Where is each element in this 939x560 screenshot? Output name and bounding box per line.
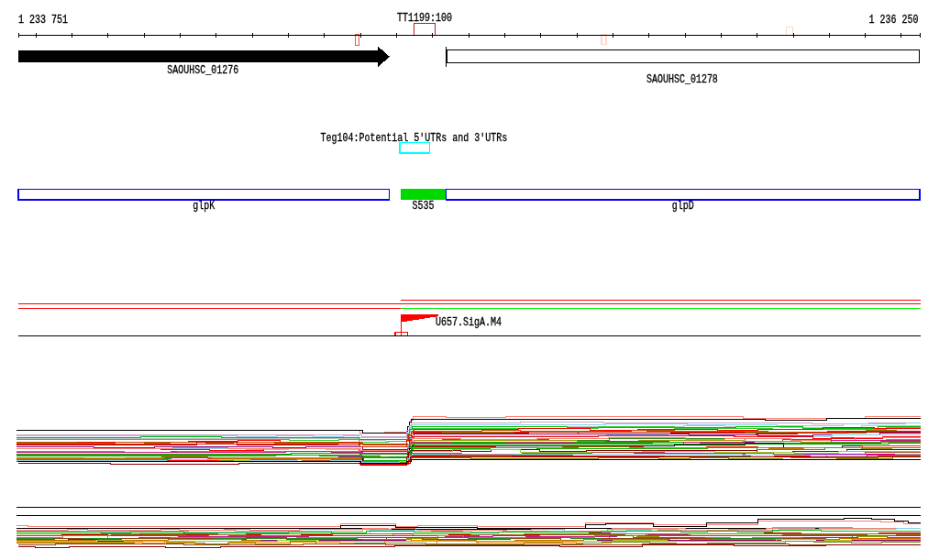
svg-text:S535: S535 xyxy=(413,200,435,212)
svg-text:1 233 751: 1 233 751 xyxy=(18,14,68,26)
svg-text:TT1199:100: TT1199:100 xyxy=(397,12,452,24)
svg-text:SAOUHSC_01276: SAOUHSC_01276 xyxy=(167,64,238,76)
svg-text:glpD: glpD xyxy=(672,200,694,212)
svg-text:U657.SigA.M4: U657.SigA.M4 xyxy=(436,316,502,328)
svg-text:Teg104:Potential 5'UTRs and 3': Teg104:Potential 5'UTRs and 3'UTRs xyxy=(321,132,508,144)
svg-text:SAOUHSC_01278: SAOUHSC_01278 xyxy=(646,73,718,85)
svg-text:glpK: glpK xyxy=(193,200,215,212)
svg-text:1 236 250: 1 236 250 xyxy=(869,14,919,26)
